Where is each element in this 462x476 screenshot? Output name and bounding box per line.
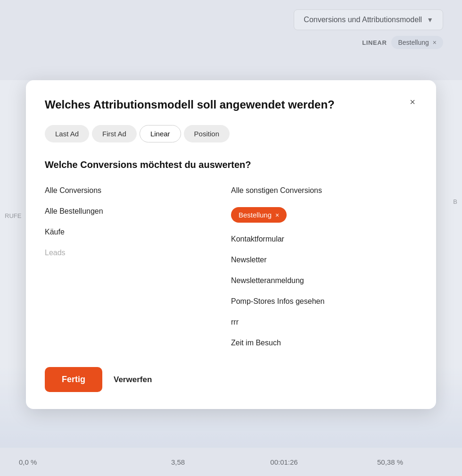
conversions-section-title: Welche Conversions möchtest du auswerten…: [45, 159, 417, 170]
conv-alle-bestellungen[interactable]: Alle Bestellungen: [45, 202, 231, 220]
conv-kontaktformular[interactable]: Kontaktformular: [231, 230, 417, 248]
modal-title: Welches Attributionsmodell soll angewend…: [45, 97, 335, 112]
conv-bestellung-tag-row: Bestellung ×: [231, 202, 417, 227]
conv-leads[interactable]: Leads: [45, 244, 231, 262]
conv-alle-sonstigen[interactable]: Alle sonstigen Conversions: [231, 182, 417, 200]
conversions-col-right: Alle sonstigen Conversions Bestellung × …: [231, 182, 417, 352]
fertig-button[interactable]: Fertig: [45, 367, 102, 392]
conv-bestellung-label: Bestellung: [239, 211, 272, 219]
tab-linear[interactable]: Linear: [140, 125, 181, 142]
conv-newsletter[interactable]: Newsletter: [231, 251, 417, 269]
conversions-grid: Alle Conversions Alle Bestellungen Käufe…: [45, 182, 417, 352]
model-tabs: Last Ad First Ad Linear Position: [45, 125, 417, 142]
conv-kaeufe[interactable]: Käufe: [45, 223, 231, 241]
conv-alle-conversions[interactable]: Alle Conversions: [45, 182, 231, 200]
tab-first-ad[interactable]: First Ad: [92, 125, 137, 142]
tab-position[interactable]: Position: [184, 125, 230, 142]
conv-rrr[interactable]: rrr: [231, 313, 417, 331]
modal-close-icon[interactable]: ×: [408, 97, 417, 107]
verwerfen-button[interactable]: Verwerfen: [114, 375, 152, 384]
conv-bestellung-tag[interactable]: Bestellung ×: [231, 207, 287, 223]
modal-header: Welches Attributionsmodell soll angewend…: [45, 97, 417, 112]
tab-last-ad[interactable]: Last Ad: [45, 125, 89, 142]
conv-newsletteranmeldung[interactable]: Newsletteranmeldung: [231, 272, 417, 290]
conv-bestellung-remove-icon[interactable]: ×: [275, 211, 279, 219]
conv-pomp-stores[interactable]: Pomp-Stores Infos gesehen: [231, 292, 417, 310]
modal-dialog: Welches Attributionsmodell soll angewend…: [26, 80, 436, 409]
modal-footer: Fertig Verwerfen: [45, 367, 417, 392]
conversions-col-left: Alle Conversions Alle Bestellungen Käufe…: [45, 182, 231, 352]
conv-zeit-im-besuch[interactable]: Zeit im Besuch: [231, 334, 417, 352]
